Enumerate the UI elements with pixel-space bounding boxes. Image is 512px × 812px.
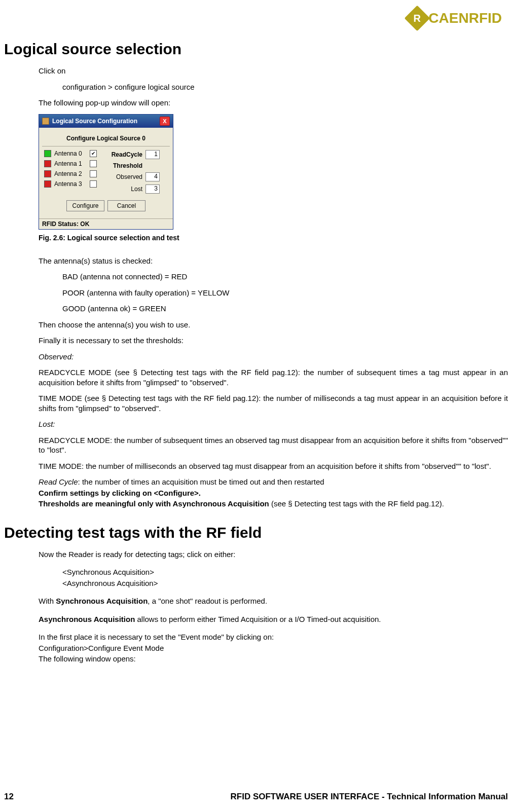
section-heading-detecting: Detecting test tags with the RF field [4, 524, 508, 541]
close-button[interactable]: X [160, 117, 170, 126]
antenna-row: Antenna 1 [42, 159, 103, 169]
antenna-checkbox[interactable] [90, 160, 97, 167]
page-footer: 12 RFID SOFTWARE USER INTERFACE - Techni… [4, 792, 508, 802]
text-ready-detect: Now the Reader is ready for detecting ta… [39, 549, 508, 560]
lost-label: Lost [105, 186, 145, 193]
status-indicator [44, 180, 51, 188]
figure-dialog: Logical Source Configuration X Configure… [39, 114, 508, 242]
status-indicator [44, 160, 51, 167]
antenna-row: Antenna 0 ✔ [42, 149, 103, 159]
text-popup-opens: The following pop-up window will open: [39, 98, 508, 108]
figure-caption: Fig. 2.6: Logical source selection and t… [39, 234, 508, 242]
dialog-titlebar-icon [42, 118, 49, 125]
dialog-title: Logical Source Configuration [52, 118, 137, 125]
text-async-acq-option: <Asynchronous Acquisition> [62, 578, 508, 588]
text-antenna-status: The antenna(s) status is checked: [39, 256, 508, 266]
text-choose-antenna: Then choose the antenna(s) you wish to u… [39, 320, 508, 330]
text-menu-path: configuration > configure logical source [62, 82, 508, 92]
rfid-status-bar: RFID Status: OK [39, 218, 173, 229]
text-event-mode: In the first place it is necessary to se… [39, 632, 508, 642]
text-click-on: Click on [39, 66, 508, 76]
text-status-bad: BAD (antenna not connected) = RED [62, 272, 508, 282]
label-lost: Lost: [39, 419, 508, 429]
label-observed: Observed: [39, 352, 508, 362]
antenna-label: Antenna 2 [54, 170, 90, 177]
text-sync-acq-option: <Synchronous Acquisition> [62, 567, 508, 577]
text-thresholds-note: Thresholds are meaningful only with Asyn… [39, 499, 508, 509]
dialog-subheader: Configure Logical Source 0 [42, 131, 170, 146]
text-readcycle-observed: READCYCLE MODE (see § Detecting test tag… [39, 367, 508, 387]
dialog-window: Logical Source Configuration X Configure… [39, 114, 173, 230]
configure-button[interactable]: Configure [66, 200, 104, 211]
brand-logo-icon: R [405, 6, 430, 31]
text-set-thresholds: Finally it is necessary to set the thres… [39, 336, 508, 346]
cancel-button[interactable]: Cancel [107, 200, 145, 211]
antenna-label: Antenna 0 [54, 150, 90, 157]
antenna-label: Antenna 1 [54, 160, 90, 167]
observed-label: Observed [105, 173, 145, 180]
brand-logo: R CAENRFID [408, 9, 502, 27]
text-readcycle-lost: READCYCLE MODE: the number of subsequent… [39, 435, 508, 455]
text-confirm: Confirm settings by clicking on <Configu… [39, 488, 508, 498]
antenna-row: Antenna 2 [42, 169, 103, 179]
text-status-poor: POOR (antenna with faulty operation) = Y… [62, 288, 508, 298]
status-indicator [44, 150, 51, 157]
dialog-titlebar: Logical Source Configuration X [39, 115, 173, 128]
brand-text: CAENRFID [428, 10, 502, 26]
antenna-label: Antenna 3 [54, 180, 90, 188]
lost-input[interactable]: 3 [145, 184, 160, 194]
text-readcycle-def: Read Cycle: the number of times an acqui… [39, 477, 508, 487]
text-config-event-mode: Configuration>Configure Event Mode [39, 643, 508, 653]
antenna-checkbox[interactable] [90, 180, 97, 188]
readcycle-input[interactable]: 1 [145, 150, 160, 159]
observed-input[interactable]: 4 [145, 172, 160, 181]
text-timemode-observed: TIME MODE (see § Detecting test tags wit… [39, 393, 508, 413]
text-sync-desc: With Synchronous Acquisition, a "one sho… [39, 596, 508, 606]
text-timemode-lost: TIME MODE: the number of milliseconds an… [39, 461, 508, 471]
readcycle-label: ReadCycle [105, 151, 145, 158]
text-async-desc: Asynchronous Acquisition allows to perfo… [39, 614, 508, 624]
section-heading-logical-source: Logical source selection [4, 41, 508, 58]
page-number: 12 [4, 792, 14, 802]
threshold-label: Threshold [105, 162, 145, 169]
page-content: Logical source selection Click on config… [0, 10, 512, 664]
text-window-opens: The following window opens: [39, 654, 508, 664]
text-status-good: GOOD (antenna ok) = GREEN [62, 304, 508, 314]
status-indicator [44, 170, 51, 177]
antenna-checkbox[interactable]: ✔ [90, 150, 97, 157]
footer-title: RFID SOFTWARE USER INTERFACE - Technical… [231, 792, 508, 802]
antenna-row: Antenna 3 [42, 179, 103, 189]
antenna-checkbox[interactable] [90, 170, 97, 177]
